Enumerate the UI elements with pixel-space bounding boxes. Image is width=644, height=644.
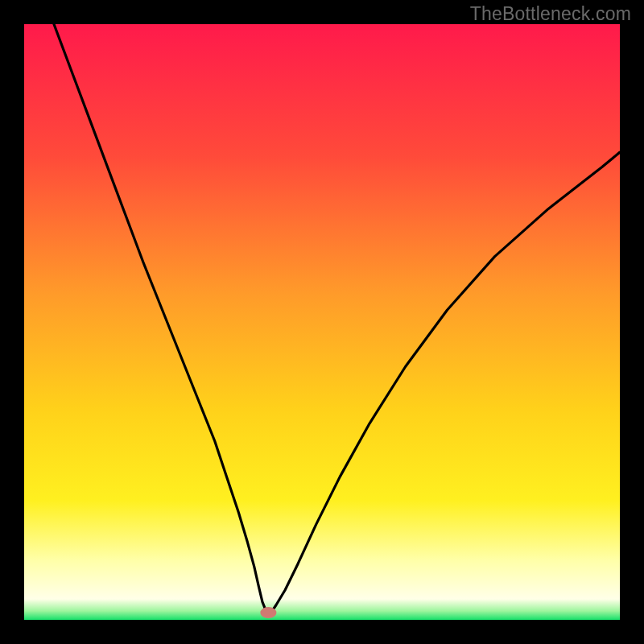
- chart-svg: [24, 24, 620, 620]
- watermark-text: TheBottleneck.com: [470, 3, 631, 25]
- gradient-background: [24, 24, 620, 620]
- chart-frame: TheBottleneck.com: [0, 0, 644, 644]
- minimum-marker: [260, 607, 276, 618]
- plot-area: [24, 24, 620, 620]
